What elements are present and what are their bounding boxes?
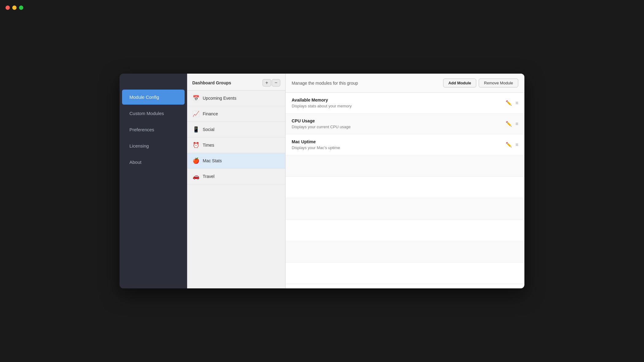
dashboard-groups-title: Dashboard Groups	[192, 80, 231, 85]
group-item-social[interactable]: 📱 Social	[187, 122, 285, 137]
group-icon: 📱	[192, 126, 200, 133]
group-item-times[interactable]: ⏰ Times	[187, 137, 285, 153]
add-group-button[interactable]: +	[263, 79, 271, 87]
group-item-travel[interactable]: 🚗 Travel	[187, 169, 285, 184]
add-module-button[interactable]: Add Module	[443, 79, 476, 87]
module-name: CPU Usage	[292, 118, 351, 123]
module-description: Displays stats about your memory	[292, 104, 352, 108]
right-panel-header: Manage the modules for this group Add Mo…	[286, 74, 524, 93]
remove-group-button[interactable]: −	[272, 79, 280, 87]
module-item-mac-uptime: Mac Uptime Displays your Mac's uptime ✏️…	[286, 134, 524, 155]
module-list: Available Memory Displays stats about yo…	[286, 93, 524, 288]
middle-panel-header: Dashboard Groups + −	[187, 74, 285, 90]
empty-row	[286, 241, 524, 263]
reorder-icon[interactable]: ≡	[516, 100, 518, 106]
sidebar-item-label: About	[129, 160, 141, 165]
module-item-cpu-usage: CPU Usage Displays your current CPU usag…	[286, 114, 524, 134]
group-label: Travel	[203, 174, 214, 179]
module-name: Mac Uptime	[292, 139, 340, 144]
edit-icon[interactable]: ✏️	[506, 121, 512, 127]
module-content: CPU Usage Displays your current CPU usag…	[292, 118, 351, 129]
group-item-mac-stats[interactable]: 🍎 Mac Stats	[187, 153, 285, 169]
group-label: Upcoming Events	[203, 96, 236, 101]
sidebar: Module Config Custom Modules Preferences…	[120, 74, 187, 288]
edit-icon[interactable]: ✏️	[506, 100, 512, 106]
sidebar-item-label: Module Config	[129, 94, 159, 100]
empty-row	[286, 263, 524, 284]
reorder-icon[interactable]: ≡	[516, 142, 518, 148]
remove-module-button[interactable]: Remove Module	[479, 79, 518, 87]
empty-row	[286, 198, 524, 220]
module-description: Displays your current CPU usage	[292, 125, 351, 129]
reorder-icon[interactable]: ≡	[516, 121, 518, 127]
group-label: Social	[203, 127, 214, 132]
module-description: Displays your Mac's uptime	[292, 145, 340, 150]
group-label: Times	[203, 143, 214, 148]
module-content: Available Memory Displays stats about yo…	[292, 98, 352, 108]
group-icon: 🍎	[192, 157, 200, 164]
group-item-upcoming-events[interactable]: 📅 Upcoming Events	[187, 90, 285, 106]
module-actions: ✏️ ≡	[506, 121, 518, 127]
group-item-finance[interactable]: 📈 Finance	[187, 106, 285, 122]
right-panel: Manage the modules for this group Add Mo…	[285, 74, 524, 288]
module-actions: ✏️ ≡	[506, 142, 518, 148]
sidebar-item-licensing[interactable]: Licensing	[122, 138, 185, 153]
middle-panel: Dashboard Groups + − 📅 Upcoming Events 📈…	[187, 74, 285, 288]
edit-icon[interactable]: ✏️	[506, 142, 512, 148]
group-action-buttons: + −	[263, 79, 280, 87]
group-label: Mac Stats	[203, 158, 222, 163]
module-name: Available Memory	[292, 98, 352, 102]
sidebar-item-preferences[interactable]: Preferences	[122, 122, 185, 137]
module-actions: ✏️ ≡	[506, 100, 518, 106]
manage-modules-title: Manage the modules for this group	[292, 81, 358, 86]
group-icon: ⏰	[192, 142, 200, 148]
sidebar-item-about[interactable]: About	[122, 155, 185, 170]
group-icon: 🚗	[192, 173, 200, 180]
sidebar-item-module-config[interactable]: Module Config	[122, 90, 185, 105]
group-icon: 📅	[192, 95, 200, 102]
sidebar-item-label: Preferences	[129, 127, 154, 132]
module-item-available-memory: Available Memory Displays stats about yo…	[286, 93, 524, 114]
group-icon: 📈	[192, 110, 200, 117]
group-list: 📅 Upcoming Events 📈 Finance 📱 Social ⏰ T…	[187, 90, 285, 288]
empty-row	[286, 155, 524, 177]
window-body: Module Config Custom Modules Preferences…	[120, 74, 524, 288]
sidebar-item-custom-modules[interactable]: Custom Modules	[122, 106, 185, 121]
group-label: Finance	[203, 111, 218, 116]
sidebar-item-label: Licensing	[129, 143, 149, 148]
module-action-buttons: Add Module Remove Module	[443, 79, 518, 87]
sidebar-item-label: Custom Modules	[129, 111, 164, 116]
empty-row	[286, 220, 524, 241]
app-window: Module Config Custom Modules Preferences…	[120, 74, 524, 288]
module-content: Mac Uptime Displays your Mac's uptime	[292, 139, 340, 150]
empty-row	[286, 177, 524, 198]
